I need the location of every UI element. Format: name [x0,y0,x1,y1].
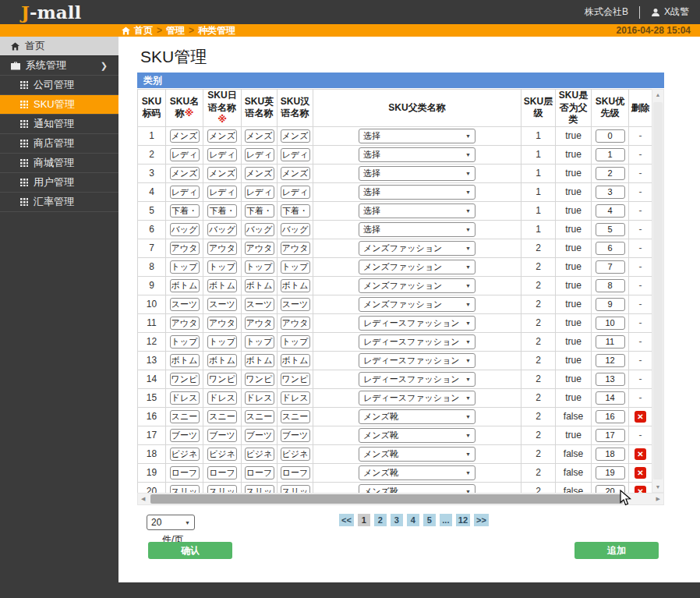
sku-name-input[interactable] [170,448,200,461]
parent-category-select[interactable]: レディースファッション▼ [359,316,476,331]
sku-name-zh-input[interactable] [281,466,310,479]
sku-name-jp-input[interactable] [207,242,237,255]
sku-name-jp-input[interactable] [207,335,237,349]
sku-name-input[interactable] [170,260,200,274]
sku-name-en-input[interactable] [245,242,274,255]
horizontal-scrollbar[interactable]: ◀ ▶ [137,493,664,505]
sku-name-jp-input[interactable] [207,129,237,143]
sku-name-input[interactable] [170,354,200,367]
sku-name-input[interactable] [170,410,200,423]
priority-input[interactable] [596,429,625,442]
sku-name-en-input[interactable] [245,260,274,274]
sku-name-input[interactable] [170,186,200,199]
vertical-scrollbar-thumb[interactable] [653,102,663,479]
priority-input[interactable] [596,410,625,423]
sku-name-zh-input[interactable] [281,317,310,330]
parent-category-select[interactable]: メンズファッション▼ [359,260,476,274]
sku-name-input[interactable] [170,167,200,180]
sku-name-zh-input[interactable] [281,298,310,311]
sidebar-item-entry[interactable]: 商城管理 [0,154,118,173]
priority-input[interactable] [596,391,625,405]
parent-category-select[interactable]: レディースファッション▼ [359,334,476,349]
sidebar-group-system[interactable]: 系统管理 ❯ [0,56,118,76]
sidebar-item-entry[interactable]: 通知管理 [0,115,118,134]
sku-name-jp-input[interactable] [207,223,237,236]
sku-name-en-input[interactable] [245,354,274,367]
sku-name-input[interactable] [170,335,200,349]
pagination-item[interactable]: 4 [407,514,419,526]
sku-name-jp-input[interactable] [207,167,237,180]
sku-name-en-input[interactable] [245,129,274,143]
vertical-scrollbar[interactable]: ▲ ▼ [652,89,664,493]
pagination-item[interactable]: 2 [374,514,387,526]
sku-name-zh-input[interactable] [281,335,310,349]
parent-category-select[interactable]: レディースファッション▼ [359,353,476,368]
sku-name-input[interactable] [170,279,200,292]
sku-name-en-input[interactable] [245,466,274,479]
sku-name-zh-input[interactable] [281,260,310,274]
sku-name-input[interactable] [170,242,200,255]
priority-input[interactable] [596,129,625,143]
priority-input[interactable] [596,242,625,255]
parent-category-select[interactable]: レディースファッション▼ [359,372,476,387]
scroll-up-icon[interactable]: ▲ [652,92,663,97]
sku-name-jp-input[interactable] [207,391,237,405]
priority-input[interactable] [596,298,625,311]
priority-input[interactable] [596,466,625,479]
sku-name-input[interactable] [170,298,200,311]
app-logo[interactable]: J-mall [21,2,81,23]
sku-name-jp-input[interactable] [207,410,237,423]
sku-name-jp-input[interactable] [207,148,237,161]
scroll-right-icon[interactable]: ▶ [656,496,660,502]
sku-name-zh-input[interactable] [281,354,310,367]
sku-name-en-input[interactable] [245,429,274,442]
sku-name-zh-input[interactable] [281,373,310,386]
sku-name-zh-input[interactable] [281,223,310,236]
pagination-item[interactable]: 12 [456,514,470,526]
sku-name-input[interactable] [170,129,200,143]
sku-name-en-input[interactable] [245,298,274,311]
breadcrumb-manage[interactable]: 管理 [166,24,185,37]
pagination-item[interactable]: 5 [423,514,436,526]
sku-name-en-input[interactable] [245,204,274,218]
priority-input[interactable] [596,373,625,386]
sku-name-input[interactable] [170,223,200,236]
scroll-down-icon[interactable]: ▼ [652,484,663,490]
sku-name-jp-input[interactable] [207,204,237,218]
add-button[interactable]: 追加 [574,542,659,559]
sidebar-item-entry[interactable]: 汇率管理 [0,193,118,212]
sku-name-zh-input[interactable] [281,148,310,161]
parent-category-select[interactable]: メンズ靴▼ [359,428,476,443]
scroll-left-icon[interactable]: ◀ [141,496,145,502]
pagination-item[interactable]: ... [440,514,452,526]
parent-category-select[interactable]: メンズファッション▼ [359,241,476,256]
sku-name-input[interactable] [170,317,200,330]
sku-name-input[interactable] [170,373,200,386]
sku-name-zh-input[interactable] [281,129,310,143]
priority-input[interactable] [596,260,625,274]
sku-name-jp-input[interactable] [207,298,237,311]
sku-name-jp-input[interactable] [207,429,237,442]
parent-category-select[interactable]: 选择▼ [359,166,476,181]
sku-name-input[interactable] [170,204,200,218]
priority-input[interactable] [596,279,625,292]
sku-name-en-input[interactable] [245,186,274,199]
sidebar-item-home[interactable]: 首页 [0,37,118,56]
sku-name-zh-input[interactable] [281,204,310,218]
sku-name-zh-input[interactable] [281,279,310,292]
confirm-button[interactable]: 确认 [148,542,232,559]
parent-category-select[interactable]: 选择▼ [359,147,476,162]
parent-category-select[interactable]: メンズ靴▼ [359,465,476,480]
sku-name-zh-input[interactable] [281,448,310,461]
pagination-item[interactable]: << [339,514,354,526]
pagination-item[interactable]: >> [474,514,489,526]
sku-name-zh-input[interactable] [281,167,310,180]
pagination-item[interactable]: 1 [358,514,370,526]
priority-input[interactable] [596,223,625,236]
parent-category-select[interactable]: メンズ靴▼ [359,447,476,462]
priority-input[interactable] [596,186,625,199]
parent-category-select[interactable]: メンズファッション▼ [359,297,476,312]
priority-input[interactable] [596,204,625,218]
sku-name-en-input[interactable] [245,448,274,461]
parent-category-select[interactable]: 选择▼ [359,129,476,143]
